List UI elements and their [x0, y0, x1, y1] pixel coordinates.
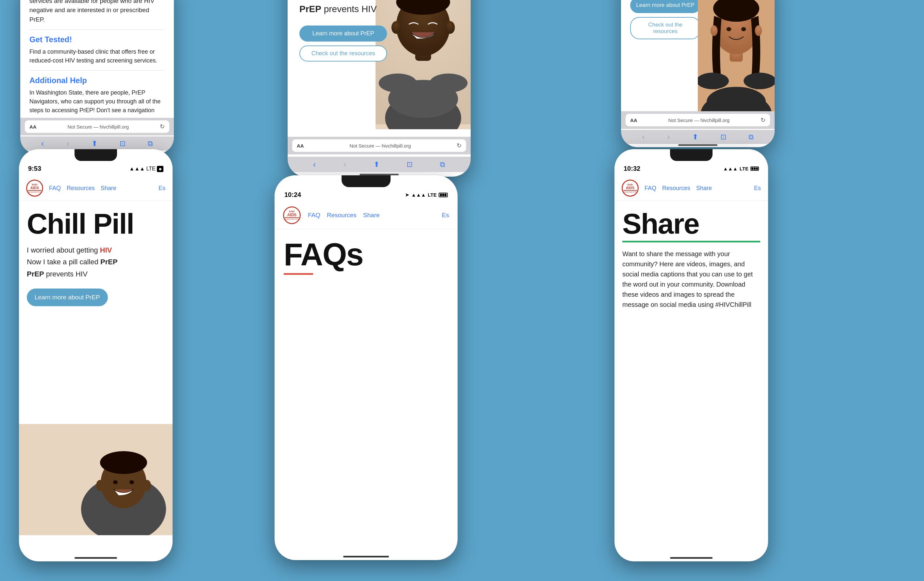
- phone-bottom-right: 10:32 ▲▲▲ LTE END AIDS WASHINGTON FAQ Re…: [614, 149, 768, 561]
- browser-url-display: Not Secure — hivchillpill.org: [68, 124, 129, 129]
- svg-point-18: [711, 25, 718, 36]
- share-body-text: Want to share the message with your comm…: [622, 249, 760, 310]
- back-btn-center[interactable]: ‹: [313, 159, 316, 169]
- svg-point-29: [143, 480, 151, 491]
- get-tested-heading: Get Tested!: [30, 35, 165, 44]
- browser-url-right: Not Secure — hivchillpill.org: [668, 118, 730, 123]
- browser-aa-right: AA: [630, 118, 637, 123]
- phone-top-right: PrEP prevents HIV Learn more about PrEP …: [621, 0, 775, 147]
- signal-bc: ▲▲▲: [411, 192, 426, 198]
- reload-icon-right[interactable]: ↻: [761, 116, 766, 124]
- svg-point-16: [727, 27, 731, 31]
- bookmarks-btn-center[interactable]: ⊡: [407, 160, 412, 169]
- share-divider: [622, 241, 760, 242]
- signal-br: ▲▲▲: [723, 166, 738, 171]
- status-time-bl: 9:53: [28, 165, 41, 172]
- svg-point-27: [129, 480, 134, 484]
- forward-button[interactable]: ›: [66, 138, 69, 149]
- nav-share-br[interactable]: Share: [696, 185, 712, 192]
- svg-point-20: [698, 73, 729, 89]
- phone-bottom-center: 10:24 ➤ ▲▲▲ LTE END AIDS WASHINGTON FAQ: [275, 175, 458, 560]
- browser-aa: AA: [30, 124, 36, 129]
- lte-br: LTE: [740, 166, 749, 171]
- get-tested-text: Find a community-based clinic that offer…: [30, 48, 165, 65]
- faqs-headline: FAQs: [284, 240, 449, 269]
- tagline-1: I worried about getting HIV: [27, 245, 165, 255]
- end-aids-logo-bc: END AIDS WASHINGTON: [283, 207, 301, 224]
- nav-faq-bc[interactable]: FAQ: [308, 212, 320, 219]
- nav-es-bc[interactable]: Es: [442, 212, 449, 219]
- faqs-divider: [284, 273, 313, 275]
- chill-pill-headline: Chill Pill: [27, 210, 165, 237]
- additional-help-heading: Additional Help: [30, 76, 165, 85]
- svg-point-17: [741, 27, 746, 31]
- share-headline: Share: [622, 210, 760, 237]
- tagline-2: Now I take a pill called PrEP: [27, 257, 165, 267]
- nav-es-bl[interactable]: Es: [158, 185, 165, 192]
- reload-icon-center[interactable]: ↻: [457, 142, 462, 149]
- browser-url-center: Not Secure — hivchillpill.org: [350, 143, 411, 149]
- phone-bottom-left: 9:53 ▲▲▲ LTE ■ END AIDS WASHINGTON FAQ R…: [19, 149, 173, 561]
- reload-icon[interactable]: ↻: [160, 123, 165, 130]
- nav-es-br[interactable]: Es: [754, 185, 761, 192]
- learn-more-prep-btn-right[interactable]: Learn more about PrEP: [630, 0, 700, 13]
- phone-top-left: Programs to help pay for PrEP and PrEP s…: [20, 0, 174, 154]
- svg-point-28: [96, 480, 104, 491]
- nav-share-bl[interactable]: Share: [101, 185, 116, 192]
- person-image-bl: [19, 424, 173, 535]
- forward-btn-center[interactable]: ›: [343, 159, 346, 169]
- phone-top-center: Now I take a pill called PrEP PrEP preve…: [288, 0, 471, 177]
- svg-point-8: [379, 74, 417, 93]
- status-time-br: 10:32: [624, 165, 640, 172]
- check-resources-btn-center[interactable]: Check out the resources: [299, 45, 387, 61]
- tabs-button[interactable]: ⧉: [148, 139, 153, 148]
- hero-headline-center: Now I take a pill called PrEP PrEP preve…: [299, 0, 387, 16]
- share-button[interactable]: ⬆: [92, 139, 97, 148]
- back-btn-right[interactable]: ‹: [642, 132, 645, 142]
- svg-point-25: [100, 451, 147, 474]
- tabs-btn-right[interactable]: ⧉: [749, 133, 754, 141]
- browser-aa-center: AA: [297, 143, 304, 149]
- share-btn-center[interactable]: ⬆: [374, 160, 380, 169]
- back-button[interactable]: ‹: [41, 138, 44, 149]
- additional-help-text: In Washington State, there are people, P…: [30, 88, 165, 115]
- divider-2: [30, 70, 165, 71]
- end-aids-logo-bl: END AIDS WASHINGTON: [26, 180, 43, 197]
- status-time-bc: 10:24: [284, 191, 301, 199]
- status-icons-bl: ▲▲▲ LTE ■: [129, 166, 163, 172]
- forward-btn-right[interactable]: ›: [667, 132, 670, 142]
- tagline-3: PrEP prevents HIV: [27, 269, 165, 280]
- nav-share-bc[interactable]: Share: [363, 212, 380, 219]
- divider-1: [30, 30, 165, 30]
- end-aids-logo-br: END AIDS WASHINGTON: [622, 180, 639, 197]
- nav-resources-bl[interactable]: Resources: [67, 185, 95, 192]
- bookmarks-button[interactable]: ⊡: [120, 139, 125, 148]
- svg-point-26: [113, 480, 118, 484]
- check-resources-btn-right[interactable]: Check out the resources: [630, 17, 700, 39]
- svg-point-19: [755, 25, 762, 36]
- person-image-right: [698, 0, 775, 123]
- lte-bc: LTE: [428, 192, 437, 198]
- nav-resources-bc[interactable]: Resources: [327, 212, 356, 219]
- nav-resources-br[interactable]: Resources: [662, 185, 690, 192]
- tabs-btn-center[interactable]: ⧉: [440, 160, 445, 169]
- share-btn-right[interactable]: ⬆: [692, 133, 698, 141]
- prep-help-text: Programs to help pay for PrEP and PrEP s…: [30, 0, 165, 24]
- svg-point-9: [429, 74, 467, 93]
- nav-faq-br[interactable]: FAQ: [645, 185, 656, 192]
- learn-more-prep-btn-center[interactable]: Learn more about PrEP: [299, 25, 387, 41]
- learn-more-prep-btn-bl[interactable]: Learn more about PrEP: [27, 288, 108, 306]
- bookmarks-btn-right[interactable]: ⊡: [720, 133, 726, 141]
- location-icon-bc: ➤: [405, 192, 409, 198]
- svg-point-21: [744, 73, 775, 89]
- nav-faq-bl[interactable]: FAQ: [49, 185, 61, 192]
